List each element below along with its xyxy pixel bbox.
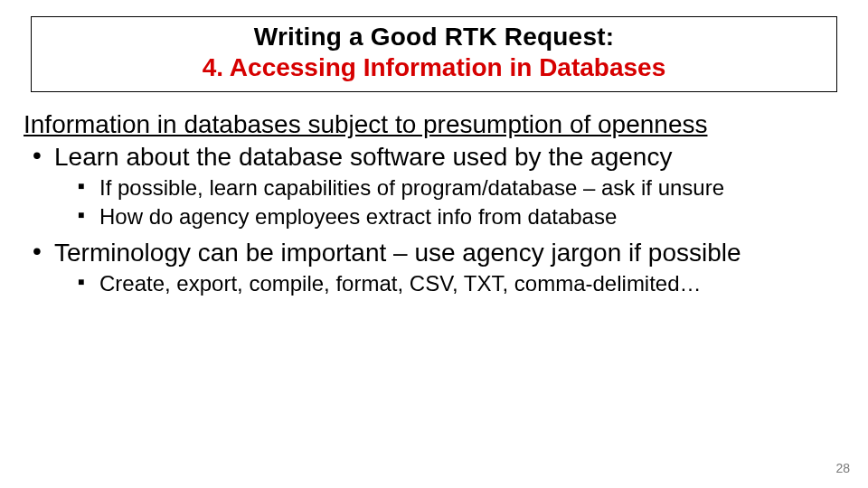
sub-bullet-text: How do agency employees extract info fro… <box>99 204 617 229</box>
slide: Writing a Good RTK Request: 4. Accessing… <box>0 0 868 488</box>
list-item: Terminology can be important – use agenc… <box>29 239 848 296</box>
lead-heading: Information in databases subject to pres… <box>24 110 848 139</box>
list-item: Create, export, compile, format, CSV, TX… <box>78 271 848 296</box>
bullet-list: Learn about the database software used b… <box>29 143 848 296</box>
sub-bullet-text: Create, export, compile, format, CSV, TX… <box>99 271 702 296</box>
title-box: Writing a Good RTK Request: 4. Accessing… <box>31 16 837 92</box>
page-number: 28 <box>835 461 850 475</box>
sub-bullet-text: If possible, learn capabilities of progr… <box>99 175 724 200</box>
list-item: Learn about the database software used b… <box>29 143 848 230</box>
title-line-1: Writing a Good RTK Request: <box>41 23 827 52</box>
bullet-text: Terminology can be important – use agenc… <box>54 239 741 267</box>
bullet-text: Learn about the database software used b… <box>54 143 672 171</box>
title-line-2: 4. Accessing Information in Databases <box>41 53 827 82</box>
sub-bullet-list: If possible, learn capabilities of progr… <box>78 175 848 230</box>
sub-bullet-list: Create, export, compile, format, CSV, TX… <box>78 271 848 296</box>
list-item: If possible, learn capabilities of progr… <box>78 175 848 201</box>
list-item: How do agency employees extract info fro… <box>78 204 848 230</box>
